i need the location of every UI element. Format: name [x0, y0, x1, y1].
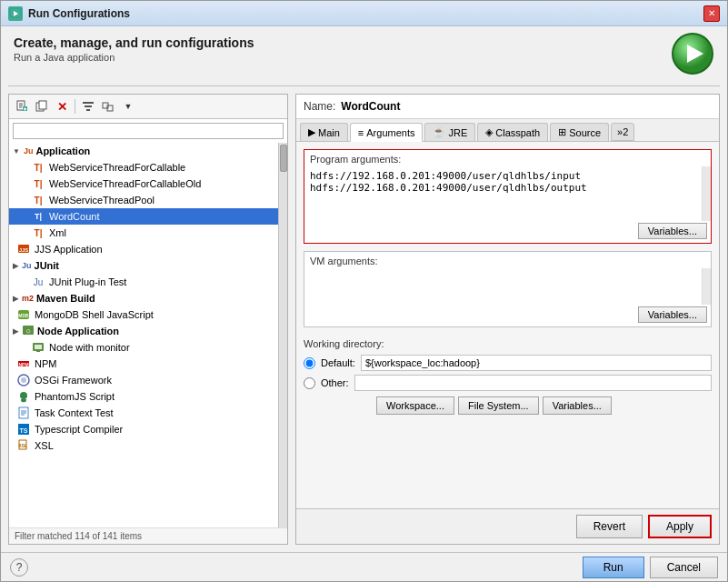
maven-group[interactable]: ▶ m2 Maven Build: [9, 290, 278, 306]
mongodb-item[interactable]: MDB MongoDB Shell JavaScript: [9, 306, 278, 323]
junit-group-icon: Ju: [22, 261, 32, 270]
osgi-item[interactable]: OSGi Framework: [9, 372, 278, 388]
other-radio[interactable]: [304, 377, 315, 389]
content-area: Program arguments: hdfs://192.168.0.201:…: [296, 142, 719, 508]
vm-variables-btn-row: Variables...: [304, 305, 711, 326]
tab-jre[interactable]: ☕ JRE: [424, 123, 475, 141]
file-system-button[interactable]: File System...: [458, 396, 539, 415]
run-button[interactable]: Run: [583, 557, 644, 578]
item-label: NPM: [35, 358, 56, 369]
filter-status: Filter matched 114 of 141 items: [9, 527, 287, 544]
item-label: WebServiceThreadForCallableOld: [49, 178, 201, 189]
java-icon: T|: [31, 209, 45, 224]
main-tab-icon: ▶: [308, 126, 315, 138]
working-dir-section: Working directory: Default: Other: Works…: [304, 335, 712, 415]
node-app-label: Node Application: [37, 326, 119, 336]
svg-point-30: [21, 377, 26, 383]
name-label: Name:: [304, 100, 335, 113]
tab-main[interactable]: ▶ Main: [300, 123, 348, 141]
vm-args-scrollbar[interactable]: [702, 268, 711, 305]
xsl-item[interactable]: XSL XSL: [9, 437, 278, 454]
list-item[interactable]: T| WebServiceThreadForCallable: [9, 159, 278, 176]
tab-source[interactable]: ⊞ Source: [550, 123, 609, 141]
svg-rect-25: [35, 345, 42, 349]
vm-args-input[interactable]: [304, 268, 702, 305]
task-context-item[interactable]: Task Context Test: [9, 405, 278, 421]
footer-bar: ? Run Cancel: [1, 552, 727, 581]
junit-group[interactable]: ▶ Ju JUnit: [9, 257, 278, 274]
collapse-button[interactable]: [99, 97, 117, 115]
program-args-scrollbar[interactable]: [702, 166, 711, 221]
jjs-application-item[interactable]: JJS JJS Application: [9, 241, 278, 257]
duplicate-button[interactable]: [33, 97, 51, 115]
apply-button[interactable]: Apply: [648, 515, 712, 538]
osgi-icon: [16, 373, 31, 387]
filter-button[interactable]: [79, 97, 97, 115]
program-args-input[interactable]: hdfs://192.168.0.201:49000/user/qldhlbs/…: [304, 166, 702, 221]
tab-arguments[interactable]: ≡ Arguments: [350, 123, 424, 142]
tree-scroll-area: ▼ Ju Application T| WebServiceThreadForC…: [9, 143, 287, 527]
name-row: Name: WordCount: [296, 95, 719, 119]
item-label: PhantomJS Script: [35, 391, 115, 402]
scrollbar-thumb[interactable]: [280, 145, 287, 172]
list-item[interactable]: T| WebServiceThreadPool: [9, 192, 278, 208]
header-subtitle: Run a Java application: [14, 52, 254, 63]
classpath-tab-icon: ◈: [485, 126, 493, 138]
npm-item[interactable]: NPM NPM: [9, 356, 278, 372]
default-radio-label[interactable]: Default:: [321, 357, 355, 368]
delete-button[interactable]: ✕: [53, 97, 71, 115]
tab-more[interactable]: »2: [611, 123, 634, 141]
svg-rect-26: [36, 351, 40, 352]
new-config-button[interactable]: [13, 97, 31, 115]
java-icon: T|: [31, 176, 45, 191]
revert-button[interactable]: Revert: [576, 515, 643, 538]
list-item[interactable]: Ju JUnit Plug-in Test: [9, 274, 278, 290]
item-label: XSL: [35, 440, 54, 451]
default-dir-input[interactable]: [361, 355, 712, 371]
java-icon: T|: [31, 160, 45, 175]
close-button[interactable]: ✕: [703, 5, 720, 22]
npm-icon: NPM: [16, 356, 31, 371]
run-configurations-window: Run Configurations ✕ Create, manage, and…: [0, 0, 728, 582]
run-icon: [671, 32, 714, 78]
svg-rect-12: [39, 101, 46, 109]
xsl-icon: XSL: [16, 438, 31, 453]
typescript-item[interactable]: TS Typescript Compiler: [9, 421, 278, 437]
title-bar: Run Configurations ✕: [1, 1, 727, 26]
node-monitor-icon: [31, 340, 45, 355]
more-button[interactable]: ▼: [119, 97, 137, 115]
svg-text:XSL: XSL: [18, 443, 27, 448]
application-group[interactable]: ▼ Ju Application: [9, 143, 278, 159]
svg-point-31: [20, 392, 27, 399]
jre-tab-icon: ☕: [433, 126, 445, 138]
wordcount-item[interactable]: T| WordCount: [9, 208, 278, 225]
item-label: Xml: [49, 227, 66, 238]
program-variables-button[interactable]: Variables...: [638, 223, 707, 239]
node-monitor-item[interactable]: Node with monitor: [9, 339, 278, 356]
help-button[interactable]: ?: [10, 558, 28, 577]
item-label: WebServiceThreadForCallable: [49, 162, 185, 173]
cancel-button[interactable]: Cancel: [650, 557, 718, 578]
jre-tab-label: JRE: [448, 127, 467, 138]
search-input[interactable]: [13, 123, 284, 139]
item-label: JJS Application: [35, 244, 103, 255]
args-tab-icon: ≡: [358, 127, 364, 138]
node-app-group[interactable]: ▶ ⬡ Node Application: [9, 323, 278, 339]
vm-variables-button[interactable]: Variables...: [638, 306, 707, 323]
tree-scrollbar[interactable]: [278, 143, 287, 527]
list-item[interactable]: T| WebServiceThreadForCallableOld: [9, 176, 278, 192]
workspace-button[interactable]: Workspace...: [376, 396, 454, 415]
svg-text:MDB: MDB: [18, 313, 29, 318]
tab-classpath[interactable]: ◈ Classpath: [477, 123, 548, 141]
task-icon: [16, 406, 31, 420]
list-item[interactable]: T| Xml: [9, 225, 278, 241]
phantomjs-item[interactable]: PhantomJS Script: [9, 388, 278, 405]
window-title: Run Configurations: [28, 7, 130, 20]
other-dir-input[interactable]: [354, 375, 712, 391]
program-args-wrapper: hdfs://192.168.0.201:49000/user/qldhlbs/…: [304, 166, 711, 221]
working-dir-label: Working directory:: [304, 335, 712, 353]
dir-variables-button[interactable]: Variables...: [543, 396, 612, 415]
other-radio-label[interactable]: Other:: [321, 377, 349, 388]
default-radio[interactable]: [304, 357, 315, 369]
title-bar-left: Run Configurations: [8, 6, 130, 21]
